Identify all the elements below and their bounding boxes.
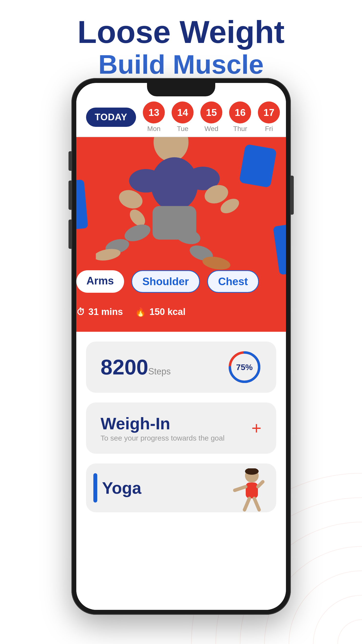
day-circle-16: 16 <box>229 102 251 124</box>
day-name-tue: Tue <box>177 125 188 133</box>
workout-person-figure <box>96 132 267 273</box>
yoga-figure <box>227 468 267 512</box>
svg-line-29 <box>245 498 249 510</box>
day-name-fri: Fri <box>265 125 273 133</box>
svg-line-30 <box>254 498 259 510</box>
main-subtitle: Build Muscle <box>0 50 362 79</box>
mute-button <box>68 151 71 171</box>
tag-arms[interactable]: Arms <box>76 270 124 293</box>
svg-rect-26 <box>246 482 258 498</box>
svg-point-0 <box>338 620 362 644</box>
svg-line-28 <box>258 482 263 487</box>
yoga-title: Yoga <box>102 478 141 498</box>
day-circle-15: 15 <box>200 102 222 124</box>
day-item-tue[interactable]: 14 Tue <box>172 102 194 133</box>
steps-card[interactable]: 8200Steps 75% <box>86 342 276 393</box>
day-item-wed[interactable]: 15 Wed <box>200 102 222 133</box>
svg-point-2 <box>289 571 362 644</box>
day-name-wed: Wed <box>205 125 218 133</box>
day-circle-17: 17 <box>258 102 280 124</box>
power-button <box>291 176 294 215</box>
weighin-title: Weigh-In <box>101 414 225 433</box>
steps-label: Steps <box>148 366 171 376</box>
screen-content: TODAY 13 Mon 14 Tue 15 Wed 16 Thur <box>76 83 286 610</box>
phone-frame: TODAY 13 Mon 14 Tue 15 Wed 16 Thur <box>71 78 291 615</box>
yoga-accent-bar <box>93 473 97 502</box>
calories-value: 150 kcal <box>149 307 186 317</box>
calories-stat: 🔥 150 kcal <box>135 307 186 317</box>
phone-screen: TODAY 13 Mon 14 Tue 15 Wed 16 Thur <box>76 83 286 610</box>
day-item-fri[interactable]: 17 Fri <box>258 102 280 133</box>
weighin-subtitle: To see your progress towards the goal <box>101 434 225 442</box>
day-item-thur[interactable]: 16 Thur <box>229 102 251 133</box>
day-circle-14: 14 <box>172 102 194 124</box>
workout-card[interactable]: Arms Shoulder Chest ⏱ 31 mins 🔥 150 kcal <box>76 132 286 332</box>
steps-progress-circle: 75% <box>227 350 262 384</box>
blue-shape-left <box>76 180 88 230</box>
app-header: Loose Weight Build Muscle <box>0 15 362 79</box>
day-name-mon: Mon <box>147 125 160 133</box>
add-weighin-button[interactable]: + <box>252 418 262 438</box>
duration-stat: ⏱ 31 mins <box>76 307 123 317</box>
timer-icon: ⏱ <box>76 307 85 317</box>
duration-value: 31 mins <box>88 307 123 317</box>
weighin-card[interactable]: Weigh-In To see your progress towards th… <box>86 402 276 454</box>
workout-stats: ⏱ 31 mins 🔥 150 kcal <box>76 307 186 317</box>
volume-up-button <box>68 180 71 210</box>
main-title: Loose Weight <box>0 15 362 50</box>
volume-down-button <box>68 220 71 249</box>
today-button[interactable]: TODAY <box>86 108 136 127</box>
weighin-info: Weigh-In To see your progress towards th… <box>101 414 225 442</box>
blue-shape-right-bottom <box>273 223 286 275</box>
steps-info: 8200Steps <box>101 355 171 380</box>
yoga-card[interactable]: Yoga <box>86 464 276 512</box>
workout-tags: Arms Shoulder Chest <box>76 270 259 293</box>
tag-chest[interactable]: Chest <box>207 270 259 293</box>
fire-icon: 🔥 <box>135 307 146 317</box>
calendar-divider <box>76 136 286 137</box>
svg-point-9 <box>129 169 163 192</box>
day-name-thur: Thur <box>233 125 247 133</box>
svg-line-27 <box>235 487 246 490</box>
svg-point-1 <box>313 595 362 644</box>
phone-notch <box>147 83 215 96</box>
calendar-strip: TODAY 13 Mon 14 Tue 15 Wed 16 Thur <box>76 98 286 136</box>
day-circle-13: 13 <box>143 102 165 124</box>
steps-percentage: 75% <box>236 362 253 372</box>
day-item-mon[interactable]: 13 Mon <box>143 102 165 133</box>
tag-shoulder[interactable]: Shoulder <box>131 270 200 293</box>
steps-count: 8200 <box>101 355 148 379</box>
